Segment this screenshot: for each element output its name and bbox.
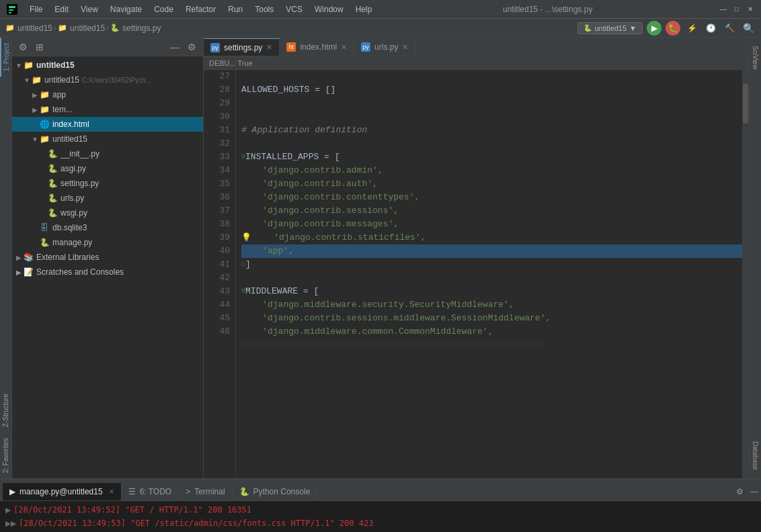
tree-row-settings[interactable]: ▶ 🐍 settings.py bbox=[12, 176, 203, 191]
bottom-tab-terminal-label: Terminal bbox=[194, 487, 225, 496]
tab-close-index[interactable]: ✕ bbox=[341, 43, 347, 52]
tree-row-root[interactable]: ▼ 📁 untitled15 bbox=[12, 58, 203, 73]
tab-close-settings[interactable]: ✕ bbox=[266, 43, 272, 52]
bottom-minimize-button[interactable]: — bbox=[750, 487, 758, 496]
bulb-icon-39[interactable]: 💡 bbox=[241, 231, 251, 245]
tree-folder-icon: 📁 bbox=[39, 104, 50, 115]
code-line-36: 'django.contrib.contenttypes', bbox=[241, 191, 742, 204]
menu-run[interactable]: Run bbox=[223, 3, 248, 15]
sciview-panel-tab[interactable]: SciView bbox=[750, 38, 760, 77]
project-close-button[interactable]: — bbox=[167, 40, 182, 54]
code-line-31: # Application definition bbox=[241, 124, 742, 137]
code-content[interactable]: ALLOWED_HOSTS = [] # Application definit… bbox=[236, 70, 742, 478]
tree-label-pkg: untitled15 bbox=[52, 134, 87, 144]
tree-row-init[interactable]: ▶ 🐍 __init__.py bbox=[12, 146, 203, 161]
code-line-28: ALLOWED_HOSTS = [] bbox=[241, 83, 742, 97]
run-config-dropdown[interactable]: 🐍 untitled15 ▼ bbox=[577, 22, 643, 34]
structure-panel-tab[interactable]: Z-Structure bbox=[1, 388, 11, 433]
tree-row-manage[interactable]: ▶ 🐍 manage.py bbox=[12, 235, 203, 250]
tab-icon-html: ht bbox=[286, 42, 296, 52]
tree-label-external: External Libraries bbox=[36, 253, 99, 262]
debug-button[interactable]: 🐛 bbox=[666, 21, 680, 36]
profile-button[interactable]: 🕐 bbox=[703, 21, 718, 36]
tree-row-urls[interactable]: ▶ 🐍 urls.py bbox=[12, 191, 203, 206]
tree-row-asgi[interactable]: ▶ 🐍 asgi.py bbox=[12, 161, 203, 176]
favorites-panel-tab[interactable]: 2: Favorites bbox=[1, 433, 11, 478]
project-settings-button[interactable]: ⚙ bbox=[16, 40, 30, 54]
menu-help[interactable]: Help bbox=[350, 3, 378, 15]
bottom-tab-terminal[interactable]: > Terminal bbox=[179, 483, 232, 500]
coverage-button[interactable]: ⚡ bbox=[684, 21, 699, 36]
project-collapse-button[interactable]: ⊞ bbox=[33, 40, 46, 54]
bottom-tab-python-console[interactable]: 🐍 Python Console bbox=[233, 483, 318, 500]
menu-tools[interactable]: Tools bbox=[249, 3, 279, 15]
bottom-tab-todo[interactable]: ☰ 6: TODO bbox=[122, 483, 179, 500]
tab-settings-py[interactable]: py settings.py ✕ bbox=[204, 38, 280, 56]
tree-db-icon: 🗄 bbox=[39, 222, 50, 233]
tab-urls-py[interactable]: py urls.py ✕ bbox=[354, 38, 415, 56]
tree-row-index-html[interactable]: ▶ 🌐 index.html bbox=[12, 117, 203, 132]
tree-folder-icon: 📁 bbox=[39, 134, 50, 144]
tree-row-wsgi[interactable]: ▶ 🐍 wsgi.py bbox=[12, 206, 203, 220]
code-line-38: 'django.contrib.messages', bbox=[241, 218, 742, 231]
tab-close-urls[interactable]: ✕ bbox=[402, 43, 408, 52]
breadcrumb-file[interactable]: 🐍 settings.py bbox=[110, 24, 161, 33]
vertical-scrollbar[interactable] bbox=[742, 70, 749, 478]
menu-file[interactable]: File bbox=[24, 3, 48, 15]
minimize-button[interactable]: — bbox=[718, 4, 729, 15]
run-button[interactable]: ▶ bbox=[647, 21, 662, 36]
menu-code[interactable]: Code bbox=[149, 3, 179, 15]
tab-icon-py2: py bbox=[361, 42, 370, 52]
tab-label-settings: settings.py bbox=[224, 43, 262, 52]
terminal-icon2: > bbox=[186, 487, 190, 496]
bottom-gear-button[interactable]: ⚙ bbox=[736, 487, 744, 496]
code-line-46: 'django.middleware.common.CommonMiddlewa… bbox=[241, 325, 742, 339]
code-line-33: ▽ INSTALLED_APPS = [ bbox=[241, 150, 742, 164]
scroll-thumb[interactable] bbox=[743, 83, 748, 124]
menu-view[interactable]: View bbox=[75, 3, 104, 15]
project-panel: ⚙ ⊞ — ⚙ ▼ 📁 untitled15 ▼ 📁 untitled15 C:… bbox=[12, 38, 204, 478]
bottom-tab-bar: ▶ manage.py@untitled15 × ☰ 6: TODO > Ter… bbox=[0, 482, 761, 501]
menu-vcs[interactable]: VCS bbox=[280, 3, 308, 15]
search-everywhere-button[interactable]: 🔍 bbox=[741, 21, 756, 36]
code-line-43: ▽ MIDDLEWARE = [ bbox=[241, 285, 742, 298]
code-line-34: 'django.contrib.admin', bbox=[241, 164, 742, 177]
tree-row-untitled15-folder[interactable]: ▼ 📁 untitled15 C:\Users\30452\Pych... bbox=[12, 73, 203, 87]
close-button[interactable]: ✕ bbox=[745, 4, 756, 15]
tree-row-db[interactable]: ▶ 🗄 db.sqlite3 bbox=[12, 220, 203, 235]
code-editor[interactable]: 27 28 29 30 31 32 33 34 35 36 37 38 39 4… bbox=[204, 70, 749, 478]
maximize-button[interactable]: □ bbox=[731, 4, 742, 15]
project-toolbar: ⚙ ⊞ — ⚙ bbox=[12, 38, 203, 56]
breadcrumb-subfolder[interactable]: 📁 untitled15 bbox=[58, 24, 105, 33]
database-panel-tab[interactable]: Database bbox=[750, 433, 760, 478]
project-gear-button[interactable]: ⚙ bbox=[185, 40, 199, 54]
horizontal-scrollbar[interactable] bbox=[241, 341, 542, 348]
tree-row-app[interactable]: ▶ 📁 app bbox=[12, 87, 203, 102]
tree-row-untitled15-pkg[interactable]: ▼ 📁 untitled15 bbox=[12, 132, 203, 146]
code-line-29 bbox=[241, 97, 742, 110]
build-button[interactable]: 🔨 bbox=[722, 21, 737, 36]
project-panel-tab[interactable]: 1: Project bbox=[0, 38, 11, 77]
menu-navigate[interactable]: Navigate bbox=[105, 3, 147, 15]
breadcrumb-bar: 📁 untitled15 › 📁 untitled15 › 🐍 settings… bbox=[0, 19, 761, 38]
tree-label-root: untitled15 bbox=[36, 60, 75, 70]
code-line-45: 'django.contrib.sessions.middleware.Sess… bbox=[241, 312, 742, 325]
svg-rect-1 bbox=[9, 6, 15, 8]
tree-row-external[interactable]: ▶ 📚 External Libraries bbox=[12, 250, 203, 265]
tree-folder-icon: 📁 bbox=[39, 89, 50, 100]
tab-index-html[interactable]: ht index.html ✕ bbox=[280, 38, 354, 56]
code-line-30 bbox=[241, 110, 742, 124]
line-numbers: 27 28 29 30 31 32 33 34 35 36 37 38 39 4… bbox=[204, 70, 236, 478]
menu-window[interactable]: Window bbox=[309, 3, 349, 15]
tree-row-scratches[interactable]: ▶ 📝 Scratches and Consoles bbox=[12, 265, 203, 279]
menu-refactor[interactable]: Refactor bbox=[180, 3, 221, 15]
tree-row-templates[interactable]: ▶ 📁 tem... bbox=[12, 102, 203, 117]
bottom-tab-close[interactable]: × bbox=[110, 487, 114, 496]
left-vertical-tabs: 1: Project Z-Structure 2: Favorites bbox=[0, 38, 12, 478]
menu-edit[interactable]: Edit bbox=[49, 3, 74, 15]
tree-arrow: ▶ bbox=[31, 91, 39, 99]
tree-py-icon: 🐍 bbox=[47, 178, 58, 189]
bottom-tab-manage[interactable]: ▶ manage.py@untitled15 × bbox=[3, 483, 122, 500]
main-area: 1: Project Z-Structure 2: Favorites ⚙ ⊞ … bbox=[0, 38, 761, 478]
breadcrumb-project[interactable]: 📁 untitled15 bbox=[5, 24, 52, 33]
